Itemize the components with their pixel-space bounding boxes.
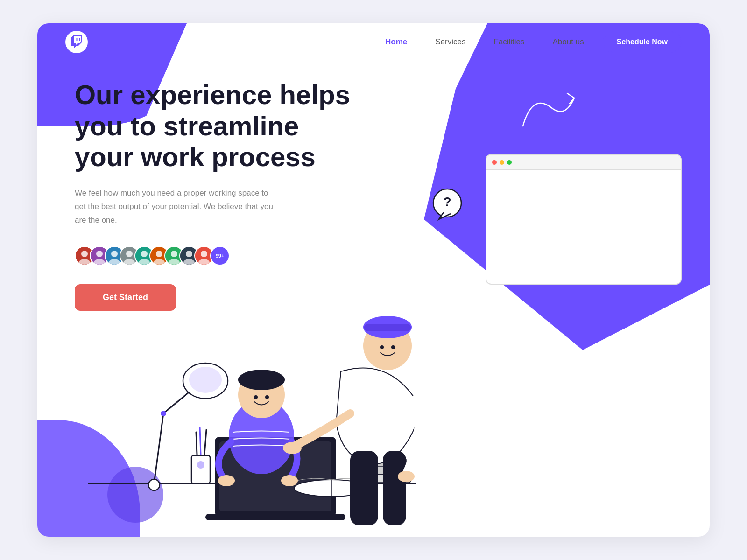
svg-point-64 xyxy=(398,471,415,482)
nav-services[interactable]: Services xyxy=(435,37,465,47)
page-wrapper: Home Services Facilities About us Schedu… xyxy=(37,23,710,537)
svg-rect-56 xyxy=(350,451,378,525)
svg-line-30 xyxy=(154,413,163,483)
svg-rect-60 xyxy=(364,324,411,331)
svg-point-61 xyxy=(380,345,384,349)
hero-title: Our experience helps you to streamline y… xyxy=(75,79,355,173)
svg-point-54 xyxy=(218,475,235,486)
svg-point-40 xyxy=(197,461,204,469)
squiggle-decoration xyxy=(514,84,588,142)
svg-point-31 xyxy=(148,479,160,490)
logo[interactable] xyxy=(65,31,88,53)
nav-facilities[interactable]: Facilities xyxy=(493,37,524,47)
nav-links: Home Services Facilities About us xyxy=(385,37,584,47)
svg-point-63 xyxy=(283,442,302,454)
browser-dot-red xyxy=(492,160,497,165)
browser-bar xyxy=(486,155,681,170)
svg-rect-57 xyxy=(383,451,406,525)
svg-rect-43 xyxy=(205,514,345,520)
browser-dot-yellow xyxy=(500,160,504,165)
svg-point-35 xyxy=(161,411,166,416)
svg-point-53 xyxy=(265,395,269,399)
svg-line-39 xyxy=(204,430,206,455)
speech-bubble: ? xyxy=(430,187,467,224)
svg-point-62 xyxy=(391,345,395,349)
svg-point-55 xyxy=(281,475,298,486)
main-illustration xyxy=(61,236,710,527)
navbar: Home Services Facilities About us Schedu… xyxy=(37,23,710,61)
nav-about[interactable]: About us xyxy=(553,37,584,47)
svg-point-51 xyxy=(238,370,285,390)
svg-line-32 xyxy=(163,390,191,413)
svg-line-37 xyxy=(196,432,197,455)
nav-home[interactable]: Home xyxy=(385,37,407,47)
browser-dot-green xyxy=(507,160,512,165)
svg-point-34 xyxy=(189,367,222,393)
svg-rect-36 xyxy=(191,455,210,483)
svg-line-38 xyxy=(200,427,201,455)
hero-subtitle: We feel how much you need a proper worki… xyxy=(75,187,280,227)
schedule-now-button[interactable]: Schedule Now xyxy=(603,31,682,53)
svg-point-52 xyxy=(254,395,258,399)
svg-text:?: ? xyxy=(443,195,451,209)
